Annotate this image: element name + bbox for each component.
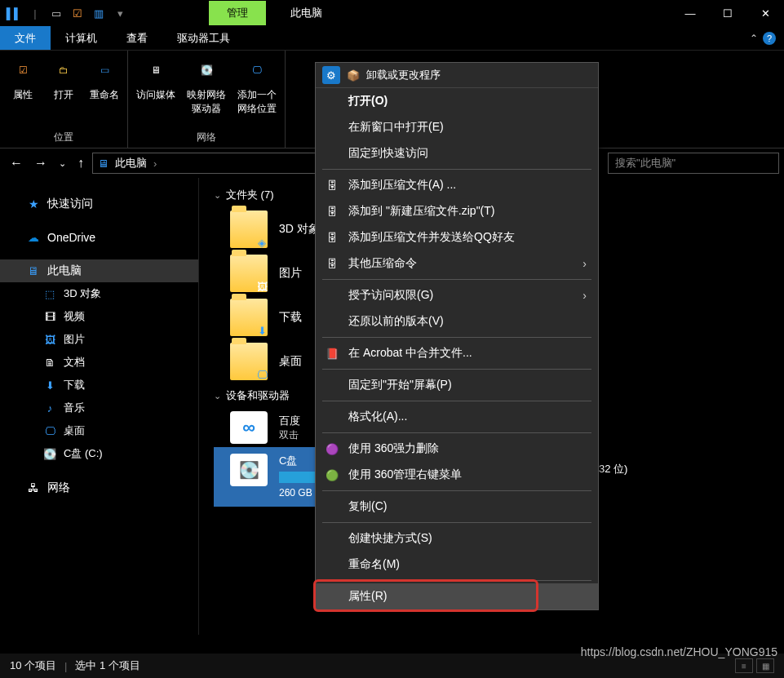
- blank-icon: [324, 409, 340, 425]
- disk-icon: 💽: [230, 454, 268, 486]
- sidebar-onedrive[interactable]: ☁ OneDrive: [0, 227, 198, 248]
- qat-checkbox-icon[interactable]: ☑: [70, 7, 85, 19]
- tab-drive-tools[interactable]: 驱动器工具: [162, 26, 245, 50]
- ribbon-properties-label: 属性: [13, 88, 33, 102]
- status-selected-count: 选中 1 个项目: [75, 658, 140, 673]
- ribbon-group-location: ☑ 属性 🗀 打开 ▭ 重命名 位置: [0, 51, 128, 148]
- programs-icon: 📦: [347, 69, 360, 82]
- blank-icon: [324, 556, 340, 573]
- ribbon-access-media[interactable]: 🖥 访问媒体: [136, 55, 175, 129]
- status-item-count: 10 个项目: [10, 658, 56, 673]
- ribbon-map-drive[interactable]: 💽 映射网络 驱动器: [187, 55, 226, 129]
- context-menu-item[interactable]: 🟢使用 360管理右键菜单: [316, 462, 598, 488]
- properties-icon: ☑: [8, 55, 38, 85]
- submenu-arrow-icon: ›: [582, 257, 587, 270]
- rename-icon: ▭: [90, 55, 119, 85]
- context-menu-item-label: 固定到快速访问: [348, 146, 428, 161]
- search-input[interactable]: 搜索"此电脑": [608, 153, 779, 174]
- baidu-sub: 双击: [279, 428, 300, 442]
- context-menu-item[interactable]: 重命名(M): [316, 552, 598, 578]
- sidebar-item-downloads[interactable]: ⬇下载: [0, 374, 198, 397]
- sidebar-item-cdrive[interactable]: 💽C盘 (C:): [0, 442, 198, 465]
- sidebar-item-desktop[interactable]: 🖵桌面: [0, 419, 198, 442]
- sidebar-item-label: 下载: [64, 378, 85, 392]
- sidebar-this-pc[interactable]: 🖥 此电脑: [0, 259, 198, 282]
- context-menu-item-label: 复制(C): [348, 499, 387, 514]
- sidebar-network-label: 网络: [47, 481, 70, 495]
- blank-icon: [324, 93, 340, 109]
- help-icon[interactable]: ?: [763, 32, 776, 45]
- document-icon: 🗎: [42, 356, 57, 369]
- context-menu-item[interactable]: 固定到"开始"屏幕(P): [316, 372, 598, 398]
- sidebar-item-label: 桌面: [64, 423, 85, 438]
- qat-drive-icon[interactable]: ▥: [91, 7, 106, 19]
- nav-forward-button[interactable]: →: [34, 156, 47, 171]
- sidebar-item-videos[interactable]: 🎞视频: [0, 305, 198, 328]
- tab-view[interactable]: 查看: [112, 26, 162, 50]
- ribbon-rename[interactable]: ▭ 重命名: [90, 55, 119, 129]
- context-menu-item-label: 使用 360强力删除: [348, 441, 439, 456]
- context-menu-item[interactable]: 🟣使用 360强力删除: [316, 436, 598, 462]
- context-menu-item[interactable]: 创建快捷方式(S): [316, 525, 598, 552]
- title-bar: ▌▌ | ▭ ☑ ▥ ▾ 管理 此电脑 — ☐ ✕: [0, 0, 784, 26]
- context-menu-item-label: 添加到压缩文件(A) ...: [348, 178, 456, 193]
- context-menu-separator: [322, 337, 591, 338]
- ribbon-open[interactable]: 🗀 打开: [49, 55, 78, 129]
- gear-icon: ⚙: [322, 66, 340, 84]
- context-menu-separator: [322, 279, 591, 280]
- nav-recent-dropdown[interactable]: ⌄: [59, 158, 66, 169]
- context-menu-item[interactable]: 在新窗口中打开(E): [316, 114, 598, 140]
- context-menu-item[interactable]: 打开(O): [316, 88, 598, 114]
- breadcrumb-chevron-icon[interactable]: ›: [153, 157, 157, 170]
- context-menu-item[interactable]: 授予访问权限(G)›: [316, 282, 598, 308]
- view-tiles-button[interactable]: ▦: [756, 658, 774, 673]
- sidebar-item-label: 视频: [64, 309, 85, 324]
- ribbon-access-media-label: 访问媒体: [136, 88, 175, 102]
- tab-file[interactable]: 文件: [0, 26, 51, 50]
- context-menu-item[interactable]: 🗄添加到压缩文件(A) ...: [316, 172, 598, 198]
- context-menu-item-label: 创建快捷方式(S): [348, 531, 432, 546]
- nav-back-button[interactable]: ←: [10, 156, 23, 171]
- blank-icon: [324, 377, 340, 393]
- qat-dropdown-icon[interactable]: ▾: [113, 7, 127, 19]
- context-menu-item[interactable]: 格式化(A)...: [316, 404, 598, 430]
- context-menu-item[interactable]: 🗄添加到 "新建压缩文件.zip"(T): [316, 198, 598, 224]
- context-menu-item[interactable]: 🗄其他压缩命令›: [316, 250, 598, 277]
- archive-icon: 🗄: [324, 177, 340, 193]
- ribbon-properties[interactable]: ☑ 属性: [8, 55, 38, 129]
- tab-computer[interactable]: 计算机: [51, 26, 112, 50]
- breadcrumb[interactable]: 此电脑: [115, 156, 147, 171]
- qat-properties-icon[interactable]: ▭: [49, 7, 64, 19]
- collapse-ribbon-icon[interactable]: ⌃: [750, 33, 758, 44]
- context-menu-item[interactable]: 还原以前的版本(V): [316, 308, 598, 335]
- minimize-button[interactable]: —: [671, 0, 709, 26]
- window-controls: — ☐ ✕: [671, 0, 784, 26]
- map-drive-icon: 💽: [192, 55, 221, 85]
- sidebar-item-music[interactable]: ♪音乐: [0, 397, 198, 419]
- nav-up-button[interactable]: ↑: [78, 156, 84, 171]
- sidebar-network[interactable]: 🖧 网络: [0, 476, 198, 499]
- sidebar-item-pictures[interactable]: 🖼图片: [0, 328, 198, 351]
- ribbon-add-location[interactable]: 🖵 添加一个 网络位置: [237, 55, 277, 129]
- close-button[interactable]: ✕: [746, 0, 784, 26]
- maximize-button[interactable]: ☐: [709, 0, 746, 26]
- blank-icon: [324, 588, 340, 605]
- sidebar-item-documents[interactable]: 🗎文档: [0, 351, 198, 374]
- context-menu-item[interactable]: 📕在 Acrobat 中合并文件...: [316, 340, 598, 366]
- context-menu-item[interactable]: 复制(C): [316, 494, 598, 520]
- context-menu-item[interactable]: 固定到快速访问: [316, 140, 598, 166]
- context-menu-separator: [322, 490, 591, 491]
- context-menu-item[interactable]: 属性(R): [316, 583, 598, 609]
- context-menu-item[interactable]: 🗄添加到压缩文件并发送给QQ好友: [316, 224, 598, 250]
- sidebar-item-label: C盘 (C:): [64, 446, 103, 461]
- view-details-button[interactable]: ≡: [735, 658, 753, 673]
- context-menu-item-label: 使用 360管理右键菜单: [348, 468, 462, 482]
- context-menu-item-label: 还原以前的版本(V): [348, 314, 444, 329]
- sidebar-quick-access[interactable]: ★ 快速访问: [0, 193, 198, 215]
- sidebar-item-3d[interactable]: ⬚3D 对象: [0, 282, 198, 305]
- folder-label: 桌面: [279, 354, 302, 369]
- cube-overlay-icon: ◈: [253, 233, 271, 251]
- add-location-icon: 🖵: [242, 55, 272, 85]
- manage-contextual-tab[interactable]: 管理: [209, 1, 266, 25]
- cloud-icon: ☁: [26, 231, 41, 244]
